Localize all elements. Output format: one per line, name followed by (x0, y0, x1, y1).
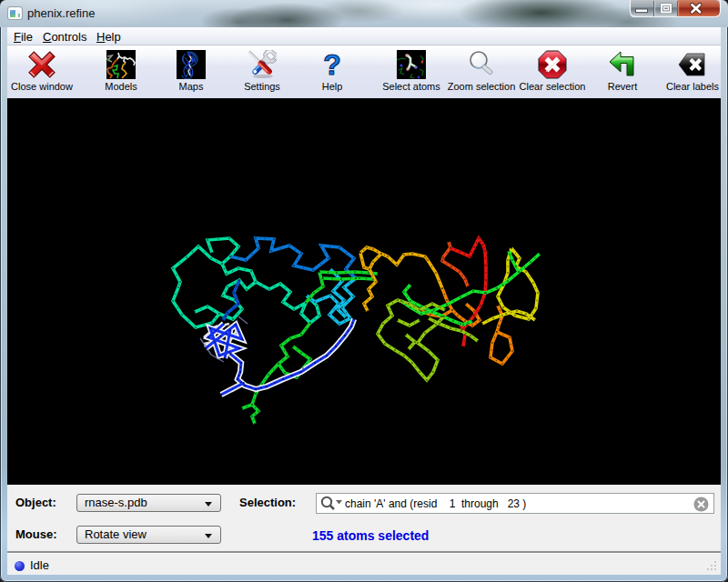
svg-text:?: ? (323, 50, 341, 79)
